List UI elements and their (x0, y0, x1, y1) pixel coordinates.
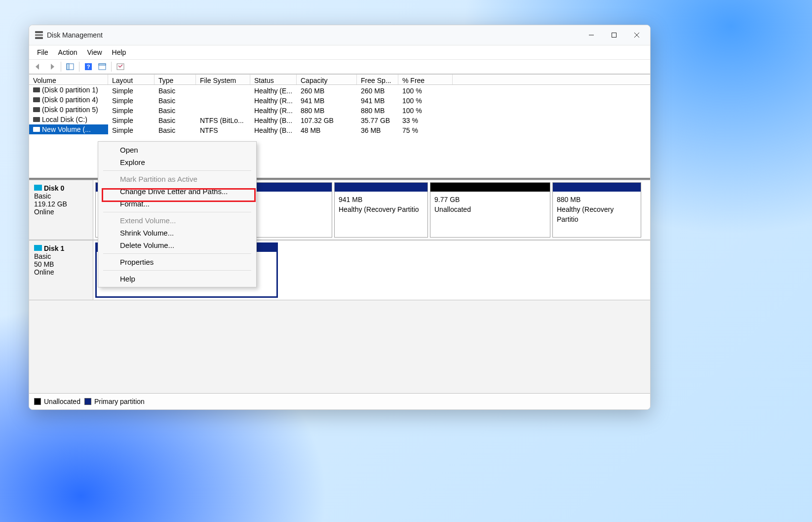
volume-icon (33, 107, 40, 112)
forward-button[interactable] (46, 61, 58, 72)
volume-row[interactable]: (Disk 0 partition 1)SimpleBasicHealthy (… (29, 85, 650, 95)
disk-icon (34, 245, 42, 251)
menu-view[interactable]: View (82, 47, 107, 57)
context-menu-item: Mark Partition as Active (98, 173, 256, 185)
col-type[interactable]: Type (155, 75, 196, 84)
col-volume[interactable]: Volume (29, 75, 108, 84)
volume-row[interactable]: Local Disk (C:)SimpleBasicNTFS (BitLo...… (29, 115, 650, 124)
menu-file[interactable]: File (32, 47, 53, 57)
disk-info[interactable]: Disk 0 Basic119.12 GBOnline (29, 180, 93, 240)
svg-rect-2 (67, 64, 69, 70)
disk-info[interactable]: Disk 1 Basic50 MBOnline (29, 241, 93, 300)
menu-help[interactable]: Help (107, 47, 131, 57)
col-layout[interactable]: Layout (108, 75, 155, 84)
menu-action[interactable]: Action (53, 47, 82, 57)
context-menu-item[interactable]: Delete Volume... (98, 239, 256, 251)
action-list-icon[interactable] (96, 61, 108, 72)
context-menu: OpenExploreMark Partition as ActiveChang… (98, 141, 257, 287)
col-status[interactable]: Status (250, 75, 297, 84)
col-pct[interactable]: % Free (398, 75, 453, 84)
show-hide-console-tree-icon[interactable] (64, 61, 76, 72)
context-menu-item[interactable]: Change Drive Letter and Paths... (98, 185, 256, 198)
minimize-button[interactable] (580, 25, 603, 45)
partition[interactable]: 880 MBHealthy (Recovery Partitio (552, 182, 641, 238)
titlebar[interactable]: Disk Management (29, 25, 650, 45)
volume-row[interactable]: New Volume (...SimpleBasicNTFSHealthy (B… (29, 124, 650, 134)
volume-row[interactable]: (Disk 0 partition 5)SimpleBasicHealthy (… (29, 105, 650, 115)
volume-icon (33, 127, 40, 132)
legend: Unallocated Primary partition (29, 393, 650, 409)
context-menu-item[interactable]: Help (98, 273, 256, 285)
context-menu-item: Extend Volume... (98, 214, 256, 227)
svg-rect-6 (99, 64, 106, 65)
help-icon[interactable]: ? (82, 61, 94, 72)
context-menu-item[interactable]: Properties (98, 256, 256, 268)
col-capacity[interactable]: Capacity (297, 75, 357, 84)
volume-icon (33, 87, 40, 92)
volume-icon (33, 117, 40, 122)
properties-icon[interactable] (115, 61, 126, 72)
context-menu-item[interactable]: Format... (98, 198, 256, 210)
legend-primary: Primary partition (94, 398, 145, 405)
svg-rect-0 (612, 33, 617, 38)
volume-row[interactable]: (Disk 0 partition 4)SimpleBasicHealthy (… (29, 95, 650, 105)
partition[interactable]: 941 MBHealthy (Recovery Partitio (334, 182, 428, 238)
legend-unallocated: Unallocated (44, 398, 80, 405)
maximize-button[interactable] (603, 25, 625, 45)
close-button[interactable] (625, 25, 648, 45)
svg-text:?: ? (87, 64, 90, 70)
window-title: Disk Management (47, 31, 103, 39)
col-free[interactable]: Free Sp... (357, 75, 398, 84)
grid-header: Volume Layout Type File System Status Ca… (29, 74, 650, 85)
menubar: File Action View Help (29, 45, 650, 60)
app-icon (35, 31, 43, 39)
context-menu-item[interactable]: Open (98, 144, 256, 156)
context-menu-item[interactable]: Shrink Volume... (98, 227, 256, 239)
context-menu-item[interactable]: Explore (98, 156, 256, 168)
col-fs[interactable]: File System (196, 75, 250, 84)
partition[interactable]: 9.77 GBUnallocated (430, 182, 550, 238)
toolbar: ? (29, 60, 650, 74)
disk-icon (34, 185, 42, 191)
back-button[interactable] (32, 61, 44, 72)
volume-icon (33, 97, 40, 102)
